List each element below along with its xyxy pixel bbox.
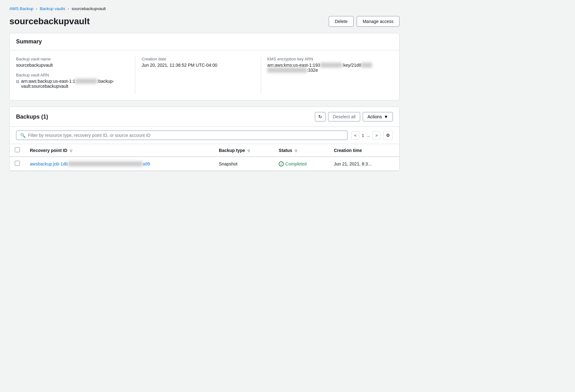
sort-backup-type-icon: ▽ bbox=[248, 149, 250, 153]
breadcrumb-sep-1: › bbox=[36, 6, 37, 11]
actions-dropdown-icon: ▼ bbox=[384, 114, 388, 119]
header-buttons: Delete Manage access bbox=[329, 16, 399, 27]
status-text: Completed bbox=[285, 161, 307, 166]
deselect-all-button[interactable]: Deselect all bbox=[328, 112, 360, 121]
summary-title: Summary bbox=[16, 38, 393, 45]
search-row: 🔍 < 1 ... > ⚙ bbox=[10, 127, 399, 144]
recovery-point-link[interactable]: awsbackup:job-1dbxxxxxxxxxxxxxxxxxxxxxxx… bbox=[30, 161, 150, 166]
backups-title: Backups (1) bbox=[16, 114, 48, 120]
copy-icon[interactable]: ⧉ bbox=[16, 79, 19, 84]
manage-access-button[interactable]: Manage access bbox=[357, 16, 399, 27]
row-status: ✓ Completed bbox=[274, 157, 329, 171]
summary-card-header: Summary bbox=[10, 33, 399, 50]
refresh-button[interactable]: ↻ bbox=[315, 112, 326, 121]
vault-arn-label: Backup vault ARN bbox=[16, 73, 129, 77]
col-status-label: Status bbox=[279, 148, 292, 153]
vault-arn-text: arn:aws:backup:us-east-1:1xxxxxxxxxx:bac… bbox=[21, 79, 129, 89]
table-settings-button[interactable]: ⚙ bbox=[383, 131, 393, 140]
backups-table-wrapper: Recovery point ID ▽ Backup type ▽ Status… bbox=[10, 144, 399, 171]
breadcrumb-sep-2: › bbox=[68, 6, 69, 11]
vault-name-value: sourcebackupvault bbox=[16, 63, 129, 68]
table-row: awsbackup:job-1dbxxxxxxxxxxxxxxxxxxxxxxx… bbox=[10, 157, 399, 171]
summary-card: Summary Backup vault name sourcebackupva… bbox=[9, 33, 399, 100]
breadcrumb-current: sourcebackupvault bbox=[72, 6, 106, 11]
page-number: 1 bbox=[362, 133, 364, 138]
breadcrumb-aws-backup[interactable]: AWS Backup bbox=[9, 6, 33, 11]
row-recovery-point-id: awsbackup:job-1dbxxxxxxxxxxxxxxxxxxxxxxx… bbox=[25, 157, 214, 171]
row-creation-time: Jun 21, 2021, 8:3… bbox=[329, 157, 399, 171]
row-checkbox[interactable] bbox=[15, 161, 20, 166]
status-icon: ✓ bbox=[279, 161, 284, 166]
col-backup-type[interactable]: Backup type ▽ bbox=[214, 144, 274, 157]
backups-label: Backups bbox=[16, 114, 40, 120]
backups-table: Recovery point ID ▽ Backup type ▽ Status… bbox=[10, 144, 399, 171]
pagination: < 1 ... > ⚙ bbox=[351, 131, 393, 140]
creation-date-value: Jun 20, 2021, 11:36:52 PM UTC-04:00 bbox=[142, 63, 254, 68]
col-recovery-point-id-label: Recovery point ID bbox=[30, 148, 67, 153]
page-header: sourcebackupvault Delete Manage access bbox=[9, 16, 399, 27]
backup-type-value: Snapshot bbox=[219, 161, 237, 166]
select-all-header[interactable] bbox=[10, 144, 25, 157]
prev-page-button[interactable]: < bbox=[351, 131, 360, 140]
row-checkbox-cell[interactable] bbox=[10, 157, 25, 171]
col-recovery-point-id[interactable]: Recovery point ID ▽ bbox=[25, 144, 214, 157]
col-creation-time-label: Creation time bbox=[334, 148, 362, 153]
vault-arn-value: ⧉ arn:aws:backup:us-east-1:1xxxxxxxxxx:b… bbox=[16, 79, 129, 89]
refresh-icon: ↻ bbox=[318, 114, 322, 119]
summary-col-1: Backup vault name sourcebackupvault Back… bbox=[16, 57, 135, 94]
table-header-row: Recovery point ID ▽ Backup type ▽ Status… bbox=[10, 144, 399, 157]
backups-title-row: Backups (1) bbox=[16, 114, 48, 120]
row-backup-type: Snapshot bbox=[214, 157, 274, 171]
search-icon: 🔍 bbox=[20, 133, 25, 138]
creation-date-label: Creation date bbox=[142, 57, 254, 61]
summary-col-3: KMS encryption key ARN arn:aws:kms:us-ea… bbox=[267, 57, 393, 94]
backups-card: Backups (1) ↻ Deselect all Actions ▼ 🔍 bbox=[9, 107, 399, 171]
page-title: sourcebackupvault bbox=[9, 16, 90, 26]
col-backup-type-label: Backup type bbox=[219, 148, 245, 153]
col-creation-time[interactable]: Creation time bbox=[329, 144, 399, 157]
kms-blurred-3: xxxxxxxxxxxxxxxxxx bbox=[267, 68, 307, 73]
actions-button[interactable]: Actions ▼ bbox=[363, 112, 393, 121]
status-badge: ✓ Completed bbox=[279, 161, 307, 166]
col-status[interactable]: Status ▽ bbox=[274, 144, 329, 157]
creation-time-value: Jun 21, 2021, 8:3… bbox=[334, 161, 372, 166]
select-all-checkbox[interactable] bbox=[15, 147, 20, 152]
vault-name-label: Backup vault name bbox=[16, 57, 129, 61]
summary-col-2: Creation date Jun 20, 2021, 11:36:52 PM … bbox=[142, 57, 261, 94]
sort-recovery-point-icon: ▽ bbox=[70, 149, 72, 153]
kms-value: arn:aws:kms:us-east-1:193xxxxxxxxxx:key/… bbox=[267, 63, 387, 73]
sort-status-icon: ▽ bbox=[295, 149, 297, 153]
backups-header: Backups (1) ↻ Deselect all Actions ▼ bbox=[10, 107, 399, 127]
summary-grid: Backup vault name sourcebackupvault Back… bbox=[10, 50, 399, 100]
recovery-point-blurred: xxxxxxxxxxxxxxxxxxxxxxxxxxxxxxxxxx bbox=[68, 161, 143, 166]
next-page-button[interactable]: > bbox=[372, 131, 381, 140]
page-ellipsis: ... bbox=[367, 133, 370, 138]
backups-actions: ↻ Deselect all Actions ▼ bbox=[315, 112, 393, 121]
kms-blurred-2: xxxxx bbox=[361, 63, 372, 68]
kms-blurred-1: xxxxxxxxxx bbox=[320, 63, 342, 68]
search-box[interactable]: 🔍 bbox=[16, 131, 348, 140]
vault-arn-blurred: xxxxxxxxxx bbox=[75, 79, 97, 84]
actions-label: Actions bbox=[367, 114, 382, 119]
breadcrumb-backup-vaults[interactable]: Backup vaults bbox=[40, 6, 65, 11]
breadcrumb: AWS Backup › Backup vaults › sourcebacku… bbox=[9, 6, 399, 11]
backups-count: (1) bbox=[41, 114, 48, 120]
delete-button[interactable]: Delete bbox=[329, 16, 353, 27]
search-input[interactable] bbox=[28, 133, 343, 138]
kms-label: KMS encryption key ARN bbox=[267, 57, 387, 61]
